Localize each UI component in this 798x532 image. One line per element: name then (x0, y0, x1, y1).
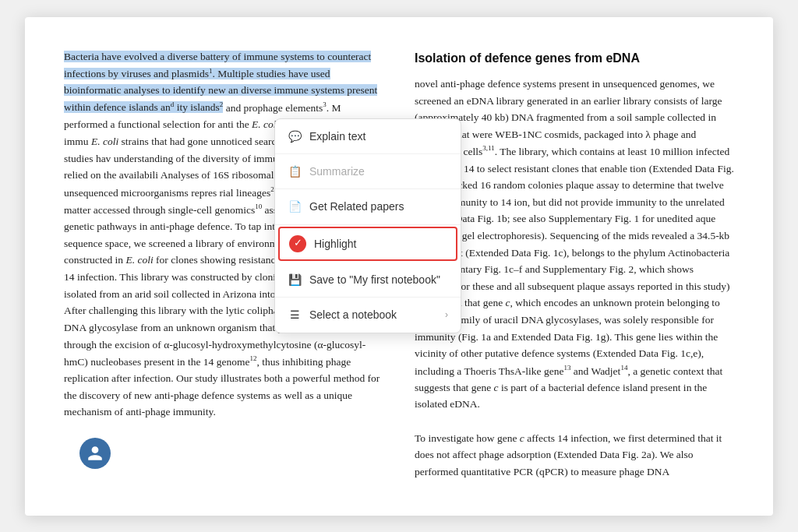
left-column: Bacteria have evolved a diverse battery … (64, 48, 383, 484)
related-icon: 📄 (288, 199, 302, 213)
highlight-inline: ity islands2 (177, 101, 224, 113)
menu-item-explain-label: Explain text (309, 128, 365, 145)
menu-item-highlight-label: Highlight (314, 235, 356, 252)
menu-item-save[interactable]: 💾 Save to "My first notebook" (275, 262, 461, 298)
menu-item-related[interactable]: 📄 Get Related papers (275, 189, 461, 224)
user-icon (87, 445, 104, 462)
menu-item-summarize-label: Summarize (309, 163, 365, 180)
menu-item-save-label: Save to "My first notebook" (309, 271, 440, 288)
save-icon: 💾 (288, 273, 302, 287)
menu-item-highlight[interactable]: ✓ Highlight (278, 227, 457, 261)
right-column-title: Isolation of defence genes from eDNA (415, 48, 734, 69)
check-icon: ✓ (289, 235, 306, 252)
menu-item-select-notebook-label: Select a notebook (309, 306, 397, 323)
menu-item-related-label: Get Related papers (309, 198, 404, 215)
menu-item-summarize: 📋 Summarize (275, 154, 461, 189)
summarize-icon: 📋 (288, 164, 302, 178)
avatar-button[interactable] (79, 438, 111, 469)
menu-item-explain[interactable]: 💬 Explain text (275, 119, 461, 154)
right-column: Isolation of defence genes from eDNA nov… (415, 48, 734, 484)
explain-icon: 💬 (288, 129, 302, 143)
right-column-body: novel anti-phage defence systems present… (415, 76, 734, 480)
menu-item-select-notebook[interactable]: ☰ Select a notebook › (275, 298, 461, 332)
context-menu: 💬 Explain text 📋 Summarize 📄 Get Related… (274, 118, 461, 333)
chevron-right-icon: › (445, 308, 448, 322)
highlighted-text: Bacteria have evolved a diverse battery … (64, 51, 377, 114)
notebook-icon: ☰ (288, 308, 302, 322)
document-container: Bacteria have evolved a diverse battery … (25, 17, 773, 516)
